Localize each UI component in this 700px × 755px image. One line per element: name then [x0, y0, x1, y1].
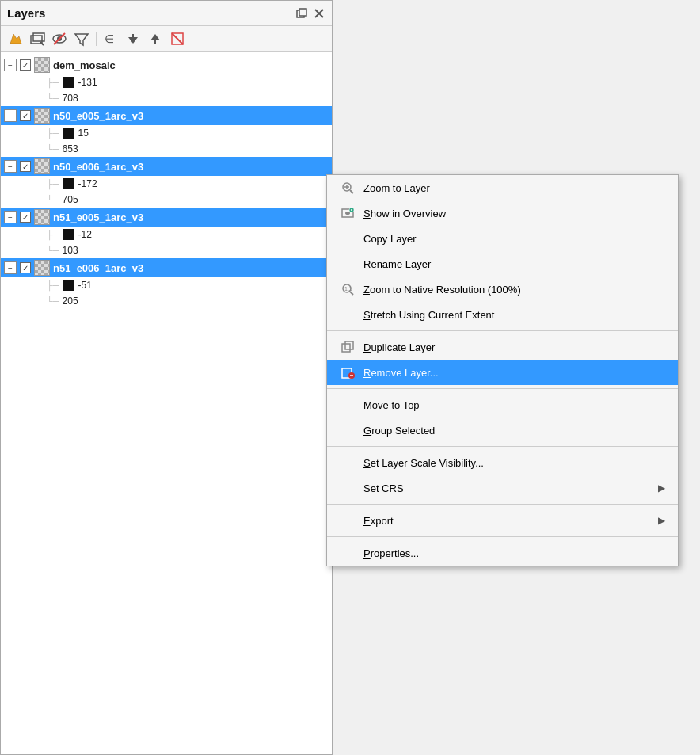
rename-layer-icon	[340, 256, 356, 272]
show-hide-button[interactable]	[50, 29, 69, 48]
expand-btn-n51-e005[interactable]: −	[4, 211, 17, 223]
ctx-group-selected[interactable]: Group Selected	[327, 418, 678, 443]
ctx-properties[interactable]: Properties...	[327, 540, 678, 566]
remove-layer-toolbar-button[interactable]	[168, 29, 187, 48]
ctx-export[interactable]: Export ▶	[327, 508, 678, 533]
sub-value-dem-mosaic-max: 708	[63, 93, 78, 104]
ctx-move-to-top[interactable]: Move to Top	[327, 392, 678, 418]
sub-item-n51-e006-1: ├─ -51	[1, 277, 332, 293]
ctx-zoom-native-label: Zoom to Native Resolution (100%)	[363, 284, 665, 296]
ctx-rename-layer[interactable]: Rename Layer	[327, 251, 678, 276]
move-selection-button[interactable]: ∈	[101, 29, 120, 48]
move-to-top-icon	[340, 397, 356, 413]
panel-titlebar: Layers	[1, 1, 332, 26]
sub-value-n51-e006-min: -51	[78, 280, 92, 291]
ctx-remove-layer[interactable]: Remove Layer...	[327, 360, 678, 385]
checkbox-n50-e005[interactable]	[20, 110, 31, 121]
ctx-separator-1	[327, 330, 678, 331]
expand-btn-n50-e006[interactable]: −	[4, 160, 17, 173]
ctx-stretch-extent[interactable]: Stretch Using Current Extent	[327, 302, 678, 327]
open-layer-style-button[interactable]	[6, 29, 25, 48]
sub-item-n51-e005-2: └─ 103	[1, 242, 332, 258]
layers-panel: Layers	[0, 0, 333, 755]
properties-icon	[340, 545, 356, 561]
layer-group-dem-mosaic: − dem_mosaic ├─ -131 └─ 708	[1, 55, 332, 106]
layer-icon-n50-e006	[34, 158, 50, 174]
layer-row-n50-e005[interactable]: − n50_e005_1arc_v3	[1, 106, 332, 125]
titlebar-icons	[295, 7, 325, 20]
svg-line-20	[350, 190, 353, 193]
set-scale-icon	[340, 455, 356, 471]
layers-tree: − dem_mosaic ├─ -131 └─ 708	[1, 52, 332, 754]
sub-value-n50-e005-min: 15	[78, 128, 89, 139]
expand-btn-n50-e005[interactable]: −	[4, 109, 17, 122]
checkbox-n50-e006[interactable]	[20, 161, 31, 172]
sub-value-n50-e006-max: 705	[63, 194, 78, 205]
move-down-button[interactable]	[124, 29, 143, 48]
ctx-group-selected-label: Group Selected	[363, 425, 665, 437]
move-up-button[interactable]	[146, 29, 165, 48]
ctx-separator-3	[327, 446, 678, 447]
close-icon[interactable]	[313, 7, 325, 20]
svg-line-6	[40, 42, 44, 45]
ctx-zoom-native[interactable]: 1:1 Zoom to Native Resolution (100%)	[327, 276, 678, 302]
ctx-set-scale-visibility[interactable]: Set Layer Scale Visibility...	[327, 450, 678, 475]
svg-rect-31	[342, 344, 350, 352]
checkbox-dem-mosaic[interactable]	[20, 59, 31, 71]
svg-rect-32	[345, 341, 353, 349]
layer-group-n50-e006: − n50_e006_1arc_v3 ├─ -172 └─ 705	[1, 157, 332, 208]
sub-item-n50-e005-1: ├─ 15	[1, 125, 332, 141]
ctx-set-crs-label: Set CRS	[363, 482, 650, 494]
context-menu: Zoom to Layer Show in Overview Copy Laye…	[326, 174, 679, 566]
ctx-export-label: Export	[363, 515, 650, 527]
sub-value-n50-e006-min: -172	[78, 178, 97, 189]
ctx-show-in-overview[interactable]: Show in Overview	[327, 200, 678, 226]
ctx-remove-layer-label: Remove Layer...	[363, 367, 665, 379]
checkbox-n51-e005[interactable]	[20, 212, 31, 223]
filter-button[interactable]	[72, 29, 91, 48]
expand-btn-dem-mosaic[interactable]: −	[4, 59, 17, 71]
ctx-properties-label: Properties...	[363, 547, 665, 559]
sub-item-n51-e006-2: └─ 205	[1, 293, 332, 309]
ctx-separator-2	[327, 388, 678, 389]
checkbox-n51-e006[interactable]	[20, 262, 31, 273]
expand-btn-n51-e006[interactable]: −	[4, 261, 17, 274]
sub-item-dem-mosaic-1: ├─ -131	[1, 74, 332, 90]
layer-row-n51-e006[interactable]: − n51_e006_1arc_v3	[1, 258, 332, 277]
ctx-copy-layer[interactable]: Copy Layer	[327, 226, 678, 251]
svg-text:∈: ∈	[105, 32, 114, 45]
layer-name-n51-e005: n51_e005_1arc_v3	[53, 212, 143, 223]
sub-value-dem-mosaic-min: -131	[78, 77, 97, 88]
layer-name-n50-e005: n50_e005_1arc_v3	[53, 110, 143, 122]
layer-icon-dem-mosaic	[34, 57, 50, 73]
restore-icon[interactable]	[295, 7, 308, 20]
ctx-duplicate-layer-label: Duplicate Layer	[363, 341, 665, 353]
sub-value-n51-e005-max: 103	[63, 245, 78, 256]
layer-icon-n50-e005	[34, 108, 50, 124]
copy-layer-icon	[340, 231, 356, 246]
svg-point-24	[345, 212, 350, 215]
layer-row-n50-e006[interactable]: − n50_e006_1arc_v3	[1, 157, 332, 176]
sub-item-n50-e006-2: └─ 705	[1, 192, 332, 208]
ctx-set-crs[interactable]: Set CRS ▶	[327, 475, 678, 501]
layer-row-dem-mosaic[interactable]: − dem_mosaic	[1, 55, 332, 74]
layer-name-dem-mosaic: dem_mosaic	[53, 59, 116, 71]
sub-value-n51-e005-min: -12	[78, 229, 92, 240]
group-selected-icon	[340, 422, 356, 438]
layer-row-n51-e005[interactable]: − n51_e005_1arc_v3	[1, 208, 332, 227]
zoom-to-layer-icon	[340, 180, 356, 196]
ctx-separator-5	[327, 536, 678, 537]
stretch-extent-icon	[340, 307, 356, 322]
sub-value-n50-e005-max: 653	[63, 143, 78, 154]
ctx-rename-layer-label: Rename Layer	[363, 258, 665, 270]
svg-text:1:1: 1:1	[344, 286, 352, 292]
svg-marker-15	[150, 34, 160, 40]
ctx-duplicate-layer[interactable]: Duplicate Layer	[327, 334, 678, 360]
ctx-zoom-to-layer[interactable]: Zoom to Layer	[327, 175, 678, 200]
ctx-zoom-to-layer-label: Zoom to Layer	[363, 182, 665, 194]
add-layer-button[interactable]	[28, 29, 47, 48]
sub-value-n51-e006-max: 205	[63, 296, 78, 307]
toolbar: ∈	[1, 26, 332, 52]
ctx-stretch-extent-label: Stretch Using Current Extent	[363, 309, 665, 321]
svg-line-29	[350, 292, 353, 295]
